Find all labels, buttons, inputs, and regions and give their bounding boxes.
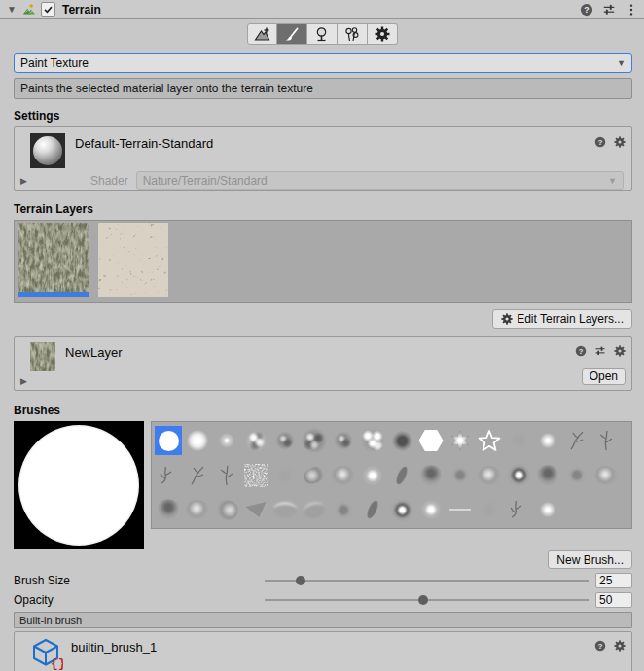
- brush-0-10[interactable]: [447, 426, 474, 455]
- help-icon[interactable]: [594, 136, 606, 148]
- help-icon[interactable]: [594, 640, 606, 652]
- brush-shape-blobBright: [420, 499, 442, 520]
- brush-2-6[interactable]: [330, 495, 357, 524]
- brush-0-8[interactable]: [388, 426, 415, 455]
- brush-0-9[interactable]: [417, 426, 445, 455]
- shader-dropdown[interactable]: Nature/Terrain/Standard ▼: [136, 171, 624, 190]
- open-layer-button[interactable]: Open: [582, 368, 626, 385]
- brush-0-4[interactable]: [271, 426, 299, 455]
- edit-terrain-layers-button[interactable]: Edit Terrain Layers...: [492, 309, 632, 329]
- brush-size-slider[interactable]: [265, 572, 589, 588]
- brush-shape-swirl: [212, 496, 241, 524]
- more-menu-icon[interactable]: [625, 3, 638, 17]
- brush-2-7[interactable]: [359, 495, 386, 524]
- brush-2-8[interactable]: [388, 495, 415, 524]
- tool-paint-details-button[interactable]: [338, 23, 368, 45]
- tool-create-neighbor-terrains-button[interactable]: [247, 23, 277, 45]
- presets-icon[interactable]: [602, 3, 616, 17]
- scripted-asset-cube-icon: {}: [30, 637, 63, 670]
- shader-value: Nature/Terrain/Standard: [143, 174, 268, 188]
- new-brush-button[interactable]: New Brush...: [548, 550, 632, 569]
- brush-shape-noise: [244, 464, 268, 487]
- terrain-layer-tile-grass-layer[interactable]: [18, 223, 89, 297]
- brush-1-14[interactable]: [563, 461, 590, 490]
- paint-trees-icon: [313, 26, 330, 43]
- brush-1-11[interactable]: [476, 461, 503, 490]
- brush-shape-twigA: [186, 464, 209, 487]
- brush-1-9[interactable]: [417, 461, 445, 490]
- builtin-brush-label: Built-in brush: [19, 615, 82, 626]
- opacity-input[interactable]: 50: [595, 592, 632, 608]
- brush-shape-line: [449, 509, 471, 511]
- brush-0-12[interactable]: [505, 426, 532, 455]
- presets-icon[interactable]: [594, 345, 606, 357]
- tool-paint-trees-button[interactable]: [307, 23, 338, 45]
- component-foldout[interactable]: ▼: [6, 5, 18, 15]
- brush-1-8[interactable]: [388, 461, 415, 490]
- terrain-layer-tile-rock-layer[interactable]: [98, 223, 168, 297]
- brush-2-5[interactable]: [301, 495, 328, 524]
- brush-2-12[interactable]: [505, 495, 532, 524]
- brush-1-4[interactable]: [271, 461, 299, 490]
- brush-2-0[interactable]: [155, 495, 182, 524]
- brush-0-15[interactable]: [592, 426, 620, 455]
- brush-1-0[interactable]: [155, 461, 182, 490]
- paint-mode-dropdown[interactable]: Paint Texture ▼: [14, 53, 632, 73]
- brush-1-3[interactable]: [242, 461, 269, 490]
- layer-thumbnail[interactable]: [30, 342, 55, 371]
- opacity-slider[interactable]: [265, 591, 589, 608]
- brush-size-row: Brush Size 25: [14, 572, 632, 588]
- brush-2-1[interactable]: [184, 495, 211, 524]
- help-icon[interactable]: [575, 345, 587, 357]
- brush-shape-mottle: [245, 430, 268, 452]
- brush-0-7[interactable]: [359, 426, 386, 455]
- brush-2-2[interactable]: [213, 495, 240, 524]
- brush-shape-splatC: [564, 463, 590, 488]
- gear-icon[interactable]: [614, 345, 626, 357]
- brush-2-10[interactable]: [447, 495, 474, 524]
- brush-0-13[interactable]: [534, 426, 561, 455]
- brush-2-3[interactable]: [242, 495, 269, 524]
- slider-thumb[interactable]: [418, 595, 428, 605]
- brush-1-13[interactable]: [534, 461, 561, 490]
- brush-1-2[interactable]: [213, 461, 240, 490]
- brush-0-3[interactable]: [242, 426, 269, 455]
- brush-1-15[interactable]: [592, 461, 620, 490]
- brush-0-1[interactable]: [184, 426, 211, 455]
- brush-asset-thumbnail[interactable]: {}: [30, 637, 63, 670]
- tool-terrain-settings-button[interactable]: [368, 23, 398, 45]
- brush-0-6[interactable]: [330, 426, 357, 455]
- brush-0-14[interactable]: [563, 426, 590, 455]
- material-preview-thumbnail[interactable]: [30, 133, 65, 168]
- brush-size-input[interactable]: 25: [595, 573, 632, 588]
- brush-row-2: [155, 495, 628, 524]
- brush-2-11[interactable]: [476, 495, 503, 524]
- brush-1-1[interactable]: [184, 461, 211, 490]
- brush-shape-splatC: [331, 497, 356, 522]
- builtin-brush-bar: Built-in brush: [14, 612, 632, 628]
- brush-shape-splatC: [447, 463, 473, 488]
- brush-0-11[interactable]: [476, 426, 503, 455]
- brush-0-2[interactable]: [213, 426, 240, 455]
- brush-1-10[interactable]: [447, 461, 474, 490]
- brush-1-5[interactable]: [301, 461, 328, 490]
- settings-header: Settings: [14, 109, 644, 123]
- slider-thumb[interactable]: [296, 576, 305, 585]
- brush-shape-scribble: [391, 430, 413, 452]
- gear-icon[interactable]: [614, 640, 626, 652]
- brush-2-4[interactable]: [271, 495, 299, 524]
- tool-paint-terrain-button[interactable]: [277, 23, 307, 45]
- material-foldout[interactable]: ▶: [20, 176, 27, 186]
- helpbox-text: Paints the selected material layer onto …: [20, 82, 313, 95]
- gear-icon[interactable]: [614, 136, 626, 148]
- brush-1-7[interactable]: [359, 461, 386, 490]
- brush-1-12[interactable]: [505, 461, 532, 490]
- help-icon[interactable]: [580, 3, 593, 17]
- brush-0-0[interactable]: [155, 426, 182, 455]
- brush-2-9[interactable]: [417, 495, 445, 524]
- brush-0-5[interactable]: [301, 426, 328, 455]
- brush-1-6[interactable]: [330, 461, 357, 490]
- layer-foldout[interactable]: ▶: [20, 376, 27, 386]
- brush-2-13[interactable]: [534, 495, 561, 524]
- component-enabled-checkbox[interactable]: [41, 2, 55, 17]
